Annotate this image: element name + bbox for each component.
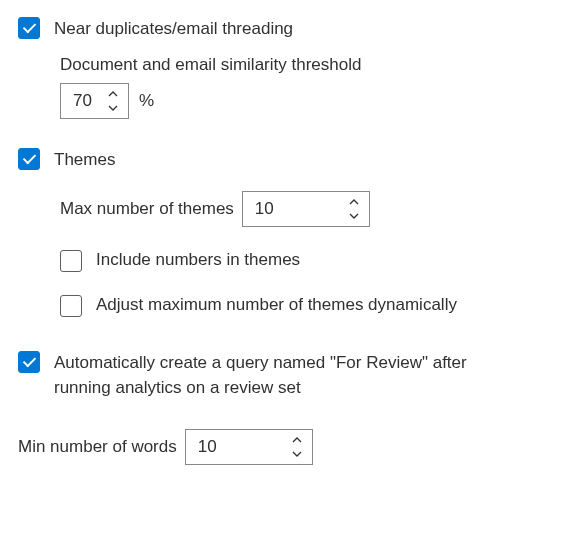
similarity-threshold-label: Document and email similarity threshold bbox=[60, 52, 546, 78]
include-numbers-checkbox[interactable] bbox=[60, 250, 82, 272]
similarity-threshold-unit: % bbox=[139, 88, 154, 114]
similarity-threshold-input[interactable]: 70 bbox=[60, 83, 129, 119]
adjust-dynamic-checkbox[interactable] bbox=[60, 295, 82, 317]
chevron-down-icon[interactable] bbox=[106, 102, 120, 114]
near-duplicates-label: Near duplicates/email threading bbox=[54, 14, 293, 42]
similarity-threshold-value: 70 bbox=[61, 84, 102, 118]
near-duplicates-checkbox[interactable] bbox=[18, 17, 40, 39]
themes-checkbox[interactable] bbox=[18, 148, 40, 170]
max-themes-input[interactable]: 10 bbox=[242, 191, 370, 227]
adjust-dynamic-label: Adjust maximum number of themes dynamica… bbox=[96, 292, 457, 318]
min-words-label: Min number of words bbox=[18, 434, 177, 460]
max-themes-label: Max number of themes bbox=[60, 196, 234, 222]
min-words-input[interactable]: 10 bbox=[185, 429, 313, 465]
chevron-up-icon[interactable] bbox=[106, 88, 120, 100]
max-themes-value: 10 bbox=[243, 192, 343, 226]
chevron-up-icon[interactable] bbox=[290, 434, 304, 446]
chevron-down-icon[interactable] bbox=[290, 448, 304, 460]
chevron-up-icon[interactable] bbox=[347, 196, 361, 208]
themes-label: Themes bbox=[54, 145, 115, 173]
include-numbers-label: Include numbers in themes bbox=[96, 247, 300, 273]
chevron-down-icon[interactable] bbox=[347, 210, 361, 222]
auto-query-label: Automatically create a query named "For … bbox=[54, 348, 524, 401]
auto-query-checkbox[interactable] bbox=[18, 351, 40, 373]
min-words-value: 10 bbox=[186, 430, 286, 464]
